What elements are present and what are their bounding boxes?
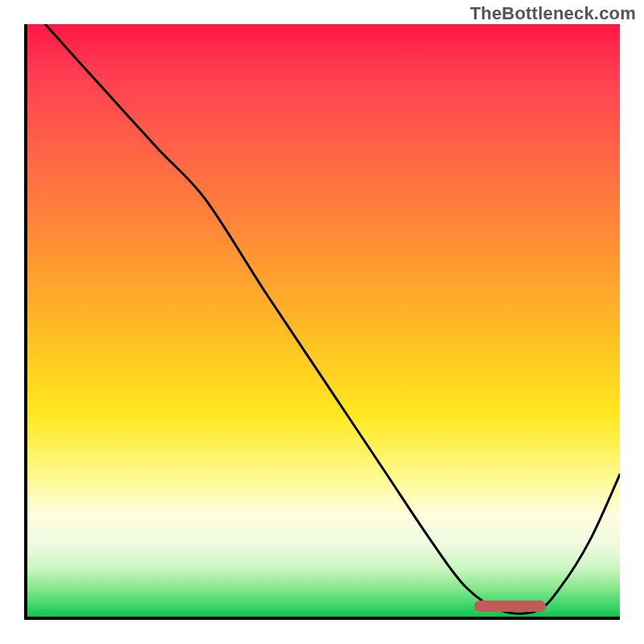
optimal-range-marker — [474, 601, 546, 612]
chart-frame: TheBottleneck.com — [0, 0, 644, 644]
watermark-text: TheBottleneck.com — [470, 3, 636, 24]
plot-area — [24, 24, 620, 620]
line-overlay — [27, 24, 620, 617]
curve-path — [45, 24, 620, 613]
